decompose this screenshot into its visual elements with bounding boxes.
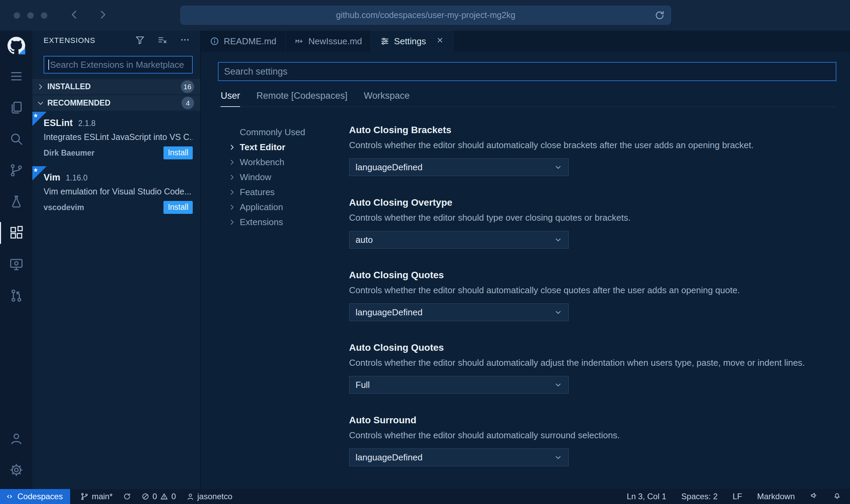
section-installed[interactable]: INSTALLED 16 bbox=[32, 79, 200, 94]
selected-value: languageDefined bbox=[356, 452, 423, 463]
chevron-right-icon bbox=[228, 218, 240, 226]
install-button[interactable]: Install bbox=[163, 146, 193, 159]
codespaces-label: Codespaces bbox=[17, 492, 63, 501]
settings-search-input[interactable] bbox=[224, 66, 830, 77]
selected-value: auto bbox=[356, 235, 373, 245]
remote-explorer-icon[interactable] bbox=[0, 249, 32, 280]
branch-name: main* bbox=[92, 492, 112, 501]
tab-settings[interactable]: Settings bbox=[371, 31, 453, 52]
problems-status-item[interactable]: 0 0 bbox=[141, 492, 176, 501]
chevron-right-icon bbox=[228, 173, 240, 181]
clear-extension-search-icon[interactable] bbox=[157, 35, 168, 46]
info-icon bbox=[210, 36, 219, 46]
toc-label: Extensions bbox=[240, 217, 283, 227]
editor-area: README.md NewIssue.md Settings bbox=[201, 31, 850, 489]
extension-version: 1.16.0 bbox=[66, 173, 88, 183]
username: jasonetco bbox=[198, 492, 233, 501]
browser-back-icon[interactable] bbox=[68, 9, 80, 22]
setting-value-dropdown[interactable]: languageDefined bbox=[349, 303, 569, 321]
more-actions-icon[interactable] bbox=[180, 35, 190, 46]
tab-label: NewIssue.md bbox=[309, 36, 362, 47]
setting-auto-surround: Auto Surround Controls whether the edito… bbox=[349, 415, 836, 466]
recommended-ribbon-icon: ★ bbox=[32, 112, 47, 126]
extensions-sidebar: EXTENSIONS INSTALLED 16 RECOMMENDED 4 bbox=[32, 31, 201, 489]
extensions-search-input[interactable] bbox=[49, 60, 188, 70]
setting-title: Auto Closing Quotes bbox=[349, 342, 836, 353]
source-control-icon[interactable] bbox=[0, 155, 32, 186]
chevron-right-icon bbox=[228, 188, 240, 196]
setting-description: Controls whether the editor should autom… bbox=[349, 140, 836, 151]
account-icon[interactable] bbox=[0, 423, 32, 454]
toc-commonly-used[interactable]: Commonly Used bbox=[218, 125, 349, 140]
extension-description: Vim emulation for Visual Studio Code... bbox=[44, 187, 193, 196]
extensions-search-box bbox=[44, 56, 193, 74]
sidebar-title: EXTENSIONS bbox=[44, 36, 95, 45]
toc-label: Window bbox=[240, 172, 271, 183]
scope-tab-remote[interactable]: Remote [Codespaces] bbox=[256, 91, 347, 107]
extension-version: 2.1.8 bbox=[78, 119, 96, 128]
chevron-down-icon bbox=[36, 99, 45, 107]
user-status-item[interactable]: jasonetco bbox=[186, 492, 233, 501]
section-recommended[interactable]: RECOMMENDED 4 bbox=[32, 95, 200, 111]
eol-sequence[interactable]: LF bbox=[733, 492, 742, 501]
notifications-bell-icon[interactable] bbox=[833, 491, 841, 502]
extension-list-item[interactable]: ★ ESLint 2.1.8 Integrates ESLint JavaScr… bbox=[32, 112, 200, 166]
person-icon bbox=[186, 492, 194, 501]
tab-newissue[interactable]: NewIssue.md bbox=[286, 31, 372, 52]
settings-gear-icon[interactable] bbox=[0, 454, 32, 486]
setting-value-dropdown[interactable]: languageDefined bbox=[349, 158, 569, 176]
chevron-down-icon bbox=[554, 308, 562, 316]
setting-description: Controls whether the editor should autom… bbox=[349, 430, 836, 441]
pull-request-icon[interactable] bbox=[0, 280, 32, 311]
chevron-right-icon bbox=[228, 158, 240, 166]
scope-tab-workspace[interactable]: Workspace bbox=[364, 91, 410, 107]
indentation[interactable]: Spaces: 2 bbox=[681, 492, 718, 501]
setting-value-dropdown[interactable]: Full bbox=[349, 376, 569, 394]
menu-icon[interactable] bbox=[0, 61, 32, 92]
filter-icon[interactable] bbox=[135, 35, 145, 46]
toc-window[interactable]: Window bbox=[218, 170, 349, 185]
window-control-dot[interactable] bbox=[27, 12, 34, 19]
sync-status-item[interactable] bbox=[123, 492, 131, 501]
setting-auto-indent: Auto Closing Quotes Controls whether the… bbox=[349, 342, 836, 394]
toc-application[interactable]: Application bbox=[218, 200, 349, 215]
extension-list-item[interactable]: ★ Vim 1.16.0 Vim emulation for Visual St… bbox=[32, 166, 200, 221]
cursor-position[interactable]: Ln 3, Col 1 bbox=[627, 492, 666, 501]
install-button[interactable]: Install bbox=[163, 201, 193, 214]
close-icon[interactable] bbox=[436, 36, 444, 47]
branch-status-item[interactable]: main* bbox=[80, 492, 112, 501]
setting-auto-closing-overtype: Auto Closing Overtype Controls whether t… bbox=[349, 197, 836, 249]
extensions-icon[interactable] bbox=[0, 217, 32, 249]
scope-tab-user[interactable]: User bbox=[221, 91, 240, 107]
codespaces-status-item[interactable]: Codespaces bbox=[0, 489, 70, 504]
setting-value-dropdown[interactable]: languageDefined bbox=[349, 448, 569, 466]
search-icon[interactable] bbox=[0, 123, 32, 155]
language-mode[interactable]: Markdown bbox=[757, 492, 795, 501]
tab-readme[interactable]: README.md bbox=[201, 31, 286, 52]
window-control-dot[interactable] bbox=[41, 12, 47, 19]
explorer-icon[interactable] bbox=[0, 92, 32, 123]
setting-auto-closing-quotes: Auto Closing Quotes Controls whether the… bbox=[349, 270, 836, 321]
toc-text-editor[interactable]: Text Editor bbox=[218, 140, 349, 155]
refresh-icon[interactable] bbox=[654, 10, 665, 23]
app-window: github.com/codespaces/user-my-project-mg… bbox=[0, 0, 850, 504]
toc-label: Features bbox=[240, 187, 275, 198]
feedback-icon[interactable] bbox=[810, 491, 818, 502]
chevron-right-icon bbox=[36, 83, 45, 91]
extension-name: ESLint bbox=[44, 118, 73, 128]
browser-forward-icon[interactable] bbox=[97, 9, 109, 22]
github-codespaces-logo-icon[interactable] bbox=[0, 31, 32, 61]
activity-bar bbox=[0, 31, 32, 489]
codespaces-icon bbox=[5, 492, 14, 501]
selected-value: languageDefined bbox=[356, 162, 423, 173]
window-control-dot[interactable] bbox=[14, 12, 20, 19]
setting-value-dropdown[interactable]: auto bbox=[349, 231, 569, 249]
chevron-down-icon bbox=[554, 381, 562, 389]
branch-icon bbox=[80, 492, 89, 501]
test-beaker-icon[interactable] bbox=[0, 186, 32, 217]
toc-features[interactable]: Features bbox=[218, 185, 349, 200]
address-bar[interactable]: github.com/codespaces/user-my-project-mg… bbox=[180, 6, 671, 25]
tab-label: Settings bbox=[394, 36, 426, 47]
toc-workbench[interactable]: Workbench bbox=[218, 155, 349, 170]
toc-extensions[interactable]: Extensions bbox=[218, 215, 349, 230]
